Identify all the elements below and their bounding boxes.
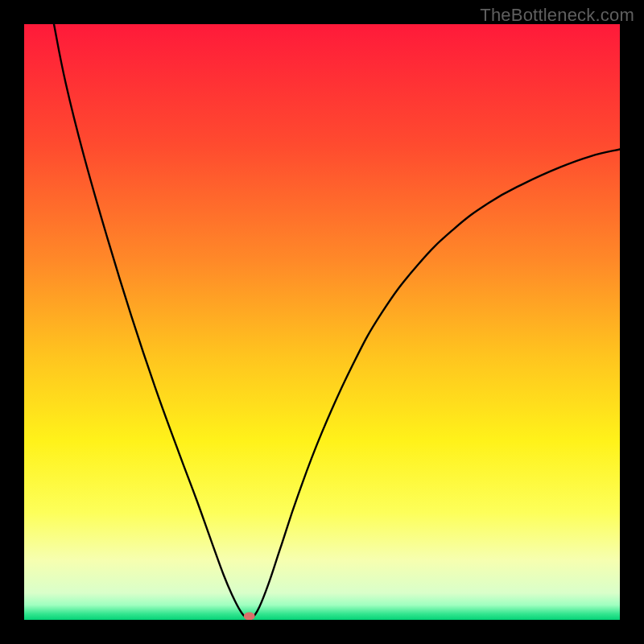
gradient-background bbox=[24, 24, 620, 620]
bottleneck-chart bbox=[24, 24, 620, 620]
chart-frame: TheBottleneck.com bbox=[0, 0, 644, 644]
plot-area bbox=[24, 24, 620, 620]
watermark-text: TheBottleneck.com bbox=[480, 5, 634, 26]
